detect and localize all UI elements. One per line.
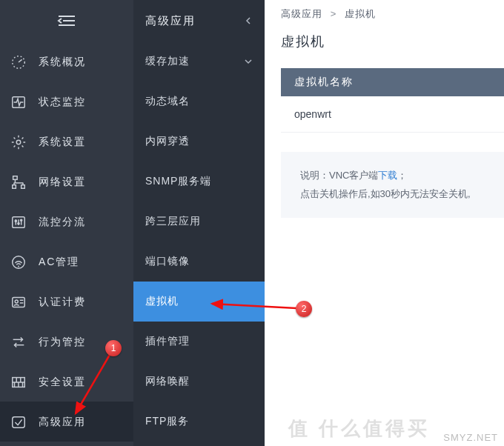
nav1-item-label: 认证计费 [39, 296, 86, 309]
vm-name-value: openwrt [294, 108, 331, 120]
primary-sidebar: 系统概况状态监控系统设置网络设置流控分流AC管理认证计费行为管控安全设置高级应用 [0, 0, 133, 446]
gear-icon [10, 134, 27, 150]
nav2-item-1[interactable]: 动态域名 [133, 81, 265, 122]
nav1-item-check[interactable]: 高级应用 [0, 402, 133, 442]
nav2-item-label: 网络唤醒 [145, 375, 190, 388]
nav1-item-wifi[interactable]: AC管理 [0, 242, 133, 282]
note-prefix: 说明： [300, 170, 329, 181]
main-content: 高级应用 > 虚拟机 虚拟机 虚拟机名称 openwrt 说明：VNC客户端下载… [265, 0, 504, 446]
nav2-item-label: FTP服务 [145, 415, 189, 428]
nav1-item-label: 系统概况 [39, 56, 86, 69]
note-text: 点击关机操作后,如30秒内无法安全关机, [300, 185, 485, 204]
note-text: VNC客户端 [329, 170, 378, 181]
svg-rect-9 [21, 184, 25, 188]
secondary-sidebar-header: 高级应用 [133, 0, 265, 41]
breadcrumb: 高级应用 > 虚拟机 [265, 0, 504, 25]
svg-point-18 [15, 220, 16, 222]
net-icon [10, 174, 27, 190]
nav1-item-label: 状态监控 [39, 96, 86, 109]
check-icon [10, 414, 27, 430]
nav2-item-label: 跨三层应用 [145, 215, 201, 228]
nav2-item-label: 端口镜像 [145, 255, 190, 268]
svg-rect-7 [13, 176, 18, 179]
nav1-item-idcard[interactable]: 认证计费 [0, 282, 133, 322]
download-link[interactable]: 下载 [378, 170, 397, 181]
breadcrumb-part[interactable]: 高级应用 [281, 8, 322, 19]
table-row[interactable]: openwrt [281, 96, 504, 133]
svg-point-24 [15, 300, 18, 303]
svg-line-4 [19, 59, 22, 62]
nav1-item-label: 行为管控 [39, 336, 86, 349]
nav2-item-6[interactable]: 虚拟机 [133, 282, 265, 322]
nav1-item-swap[interactable]: 行为管控 [0, 322, 133, 362]
nav1-item-label: 安全设置 [39, 376, 86, 389]
svg-point-22 [18, 265, 19, 267]
menu-collapse-icon [57, 14, 76, 27]
svg-point-6 [16, 140, 21, 144]
nav1-item-gear[interactable]: 系统设置 [0, 122, 133, 162]
nav2-item-7[interactable]: 插件管理 [133, 322, 265, 362]
svg-rect-8 [13, 184, 16, 188]
nav1-item-net[interactable]: 网络设置 [0, 162, 133, 202]
nav2-item-8[interactable]: 网络唤醒 [133, 362, 265, 402]
nav2-item-label: 内网穿透 [145, 135, 190, 148]
gauge-icon [10, 54, 27, 70]
nav2-item-5[interactable]: 端口镜像 [133, 242, 265, 282]
nav1-item-label: 高级应用 [39, 416, 86, 429]
nav2-item-label: 插件管理 [145, 335, 190, 348]
breadcrumb-sep: > [331, 8, 337, 19]
note-box: 说明：VNC客户端下载； 点击关机操作后,如30秒内无法安全关机, [281, 152, 504, 218]
nav1-item-wall[interactable]: 安全设置 [0, 362, 133, 402]
svg-point-19 [18, 222, 19, 224]
chevron-down-icon [244, 57, 253, 66]
nav1-item-label: 系统设置 [39, 136, 86, 149]
secondary-sidebar: 高级应用 缓存加速动态域名内网穿透SNMP服务端跨三层应用端口镜像虚拟机插件管理… [133, 0, 265, 446]
nav1-item-pulse[interactable]: 状态监控 [0, 81, 133, 122]
nav2-item-9[interactable]: FTP服务 [133, 402, 265, 442]
breadcrumb-part[interactable]: 虚拟机 [345, 8, 376, 19]
swap-icon [10, 334, 27, 350]
nav1-item-sliders[interactable]: 流控分流 [0, 202, 133, 242]
svg-rect-34 [13, 416, 25, 427]
nav1-item-label: AC管理 [39, 256, 79, 269]
pulse-icon [10, 94, 27, 110]
nav2-item-2[interactable]: 内网穿透 [133, 122, 265, 162]
nav2-item-label: 缓存加速 [145, 55, 190, 68]
svg-point-20 [21, 219, 22, 221]
nav2-item-0[interactable]: 缓存加速 [133, 41, 265, 81]
nav1-item-label: 流控分流 [39, 216, 86, 229]
note-text: ； [397, 170, 407, 181]
secondary-sidebar-title: 高级应用 [145, 14, 196, 28]
wall-icon [10, 374, 27, 390]
idcard-icon [10, 294, 27, 310]
nav2-item-label: 动态域名 [145, 95, 190, 108]
nav1-item-gauge[interactable]: 系统概况 [0, 41, 133, 81]
wifi-icon [10, 254, 27, 270]
chevron-left-icon[interactable] [244, 16, 253, 25]
nav2-item-label: SNMP服务端 [145, 175, 211, 188]
nav2-item-3[interactable]: SNMP服务端 [133, 162, 265, 202]
nav1-item-label: 网络设置 [39, 176, 86, 189]
sliders-icon [10, 214, 27, 230]
sidebar-collapse-button[interactable] [0, 0, 133, 41]
table-header-vm-name: 虚拟机名称 [281, 68, 504, 96]
nav2-item-4[interactable]: 跨三层应用 [133, 202, 265, 242]
nav2-item-label: 虚拟机 [145, 295, 179, 308]
page-title: 虚拟机 [265, 25, 504, 68]
